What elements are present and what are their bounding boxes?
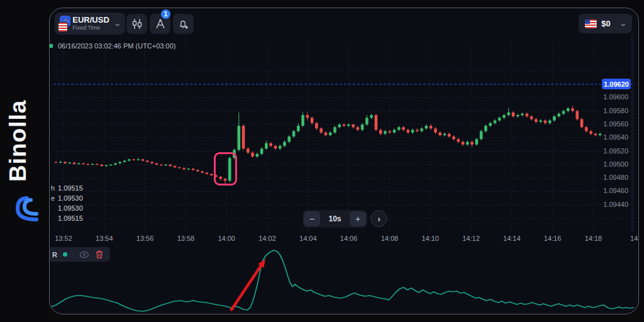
account-flag-icon bbox=[585, 19, 597, 28]
chart-canvas[interactable] bbox=[50, 8, 639, 314]
scroll-right-button[interactable]: › bbox=[370, 210, 387, 227]
time-tick: 14 bbox=[630, 235, 638, 242]
ohlc-row: h1.09515 bbox=[50, 183, 83, 193]
price-tick: 1.09560 bbox=[591, 120, 628, 128]
interval-decrease-button[interactable]: − bbox=[304, 211, 320, 226]
indicator-color-dot bbox=[63, 252, 67, 257]
brand-strip: Binolla bbox=[0, 0, 49, 322]
divider bbox=[73, 250, 74, 259]
compass-icon bbox=[155, 18, 166, 30]
strike-price-badge: 1.09620 bbox=[602, 79, 631, 89]
currency-pair-flags-icon bbox=[60, 16, 68, 32]
time-tick: 13:56 bbox=[136, 235, 154, 242]
trading-panel: EUR/USD Fixed Time ⌄ 1 bbox=[49, 8, 639, 314]
ohlc-row: 1.09515 bbox=[50, 213, 83, 223]
interval-value: 10s bbox=[328, 214, 341, 223]
time-tick: 13:54 bbox=[96, 235, 113, 242]
brand-name: Binolla bbox=[5, 80, 40, 201]
chart-timestamp: 06/16/2023 03:02:46 PM (UTC+03:00) bbox=[58, 42, 175, 50]
status-dot bbox=[50, 44, 53, 48]
binolla-logo-icon bbox=[10, 192, 42, 224]
time-tick: 14:12 bbox=[462, 235, 480, 242]
ohlc-legend: h1.09515e1.095301.095301.09515 bbox=[50, 183, 83, 223]
time-tick: 14:14 bbox=[503, 235, 521, 242]
interval-control: − 10s + bbox=[303, 210, 367, 228]
time-tick: 14:08 bbox=[381, 235, 399, 242]
visibility-eye-icon[interactable] bbox=[79, 251, 89, 258]
ohlc-row: e1.09530 bbox=[50, 193, 83, 203]
price-tick: 1.09520 bbox=[591, 147, 628, 155]
chart-type-button[interactable] bbox=[126, 14, 147, 34]
interval-increase-button[interactable]: + bbox=[350, 211, 366, 226]
time-tick: 14:00 bbox=[218, 235, 235, 242]
price-tick: 1.09580 bbox=[591, 107, 628, 114]
account-selector[interactable]: $0 ⌄ bbox=[579, 14, 632, 33]
bell-plus-icon bbox=[177, 18, 189, 30]
price-tick: 1.09540 bbox=[591, 133, 628, 141]
price-tick: 1.09440 bbox=[591, 201, 628, 208]
time-tick: 14:10 bbox=[421, 235, 439, 242]
price-tick: 1.09600 bbox=[591, 93, 628, 101]
screenshot: Binolla EUR/USD Fixed Time ⌄ bbox=[0, 0, 644, 322]
alerts-button[interactable] bbox=[173, 14, 194, 34]
time-tick: 14:02 bbox=[258, 235, 276, 242]
asset-selector[interactable]: EUR/USD Fixed Time ⌄ bbox=[55, 13, 125, 35]
time-tick: 14:18 bbox=[585, 235, 602, 242]
delete-trash-icon[interactable] bbox=[95, 250, 104, 259]
price-tick: 1.09500 bbox=[591, 160, 628, 168]
time-tick: 14:16 bbox=[544, 235, 562, 242]
balance-label: $0 bbox=[601, 19, 610, 28]
us-flag-icon bbox=[58, 22, 68, 32]
tools-count-badge: 1 bbox=[161, 9, 170, 19]
price-tick: 1.09480 bbox=[591, 174, 628, 181]
price-tick: 1.09460 bbox=[591, 187, 628, 194]
time-tick: 13:52 bbox=[55, 235, 72, 242]
candlestick-icon bbox=[131, 18, 143, 30]
chevron-down-icon: ⌄ bbox=[619, 19, 627, 28]
ohlc-row: 1.09530 bbox=[50, 203, 83, 213]
highlight-box bbox=[214, 152, 237, 186]
time-tick: 14:04 bbox=[299, 235, 317, 242]
asset-mode-label: Fixed Time bbox=[72, 25, 109, 31]
indicator-header: R bbox=[49, 247, 110, 262]
chevron-down-icon: ⌄ bbox=[113, 19, 121, 28]
asset-pair-label: EUR/USD bbox=[72, 16, 109, 25]
indicator-name: R bbox=[52, 251, 57, 258]
time-tick: 13:58 bbox=[177, 235, 195, 242]
time-tick: 14:06 bbox=[340, 235, 358, 242]
